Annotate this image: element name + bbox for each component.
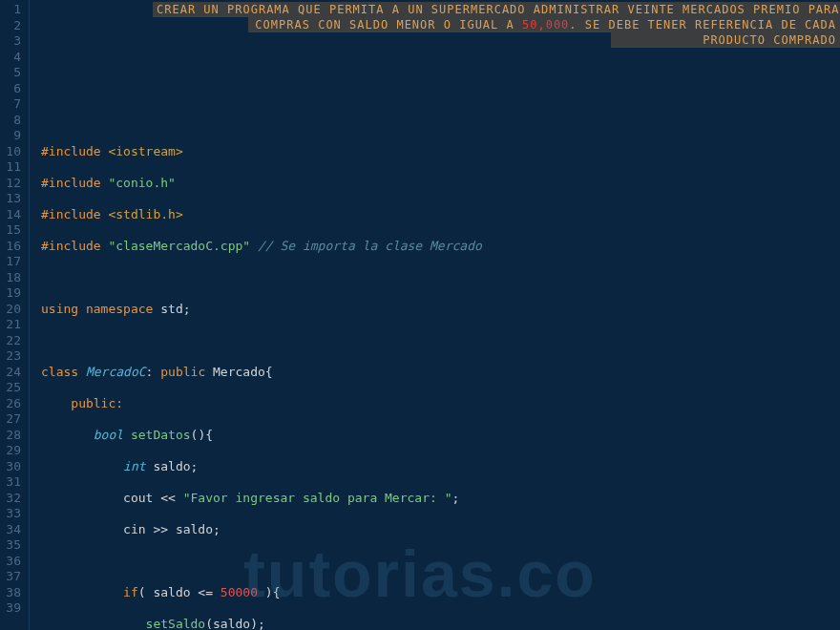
- code-line: class MercadoC: public Mercado{: [41, 365, 840, 381]
- code-line: bool setDatos(){: [41, 428, 840, 444]
- banner-line-1: CREAR UN PROGRAMA QUE PERMITA A UN SUPER…: [153, 2, 840, 17]
- banner-line-2: COMPRAS CON SALDO MENOR O IGUAL A 50,000…: [248, 17, 840, 32]
- line-number-gutter: 1234567891011121314151617181920212223242…: [0, 0, 29, 630]
- code-line: #include "claseMercadoC.cpp" // Se impor…: [41, 239, 840, 255]
- code-line: cout << "Favor ingresar saldo para Merca…: [41, 491, 840, 507]
- code-line: cin >> saldo;: [41, 522, 840, 538]
- code-line: setSaldo(saldo);: [41, 617, 840, 631]
- banner-line-3: PRODUCTO COMPRADO: [611, 32, 840, 48]
- code-line: using namespace std;: [41, 302, 840, 318]
- code-area[interactable]: #include <iostream> #include "conio.h" #…: [29, 0, 840, 630]
- code-editor[interactable]: 1234567891011121314151617181920212223242…: [0, 0, 840, 630]
- code-line: if( saldo <= 50000 ){: [41, 585, 840, 601]
- code-line: int saldo;: [41, 459, 840, 475]
- code-line: #include "conio.h": [41, 176, 840, 192]
- code-line: #include <stdlib.h>: [41, 207, 840, 223]
- code-line: public:: [41, 396, 840, 412]
- code-line: #include <iostream>: [41, 144, 840, 160]
